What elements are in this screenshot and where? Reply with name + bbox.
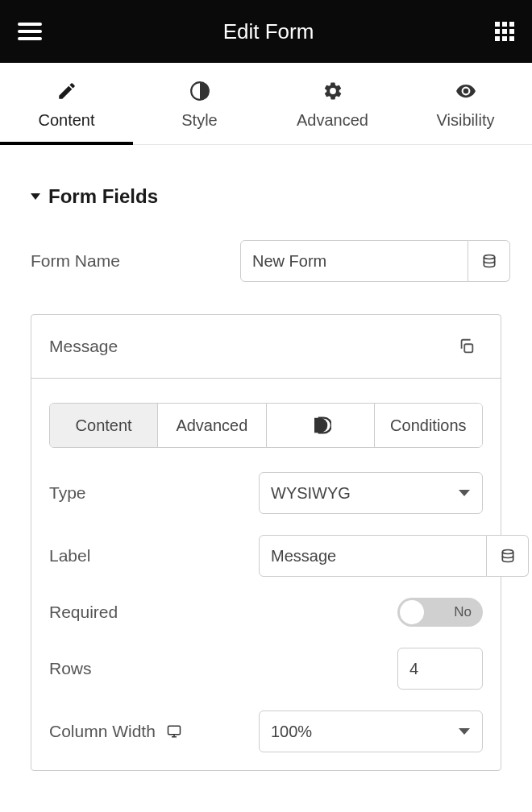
page-title: Edit Form [223, 19, 314, 44]
rows-input[interactable] [397, 648, 483, 690]
dynamic-tags-button[interactable] [468, 240, 510, 282]
subtab-conditions[interactable]: Conditions [375, 404, 482, 447]
tab-content[interactable]: Content [0, 63, 133, 144]
required-toggle[interactable]: No [397, 598, 483, 627]
chevron-down-icon [31, 193, 40, 200]
svg-point-3 [502, 550, 513, 554]
svg-rect-4 [168, 726, 180, 735]
field-title: Message [49, 337, 451, 356]
type-select[interactable] [259, 472, 483, 514]
dynamic-tags-button[interactable] [487, 535, 529, 577]
column-width-label: Column Width [49, 722, 259, 741]
rows-label: Rows [49, 659, 259, 678]
form-name-input[interactable] [240, 240, 468, 282]
form-name-label: Form Name [31, 251, 240, 271]
tab-advanced[interactable]: Advanced [266, 63, 399, 144]
pencil-icon [56, 81, 77, 102]
label-input[interactable] [259, 535, 487, 577]
duplicate-button[interactable] [451, 338, 483, 355]
tab-style-label: Style [181, 111, 217, 130]
tab-visibility[interactable]: Visibility [399, 63, 532, 144]
toggle-no-label: No [454, 604, 472, 620]
subtab-dynamic[interactable] [267, 404, 375, 447]
field-header[interactable]: Message [31, 315, 501, 378]
main-tabs: Content Style Advanced Visibility [0, 63, 532, 145]
label-label: Label [49, 546, 259, 566]
tab-content-label: Content [38, 111, 94, 130]
subtab-content[interactable]: Content [50, 404, 158, 447]
svg-rect-2 [464, 344, 472, 352]
required-label: Required [49, 603, 259, 622]
tab-visibility-label: Visibility [437, 111, 495, 130]
field-item-message: Message Content Advanced Conditions Type [31, 314, 501, 771]
section-title: Form Fields [48, 185, 158, 208]
tab-advanced-label: Advanced [297, 111, 368, 130]
svg-point-1 [484, 255, 494, 259]
half-circle-icon [189, 81, 210, 102]
field-subtabs: Content Advanced Conditions [49, 403, 483, 448]
grid-icon[interactable] [495, 22, 514, 41]
section-header[interactable]: Form Fields [31, 185, 501, 208]
type-label: Type [49, 483, 259, 503]
eye-icon [455, 81, 476, 102]
gear-icon [322, 81, 343, 102]
column-width-select[interactable] [259, 710, 483, 752]
subtab-advanced[interactable]: Advanced [158, 404, 266, 447]
d-icon [309, 414, 331, 437]
tab-style[interactable]: Style [133, 63, 266, 144]
desktop-icon[interactable] [165, 724, 183, 739]
menu-button[interactable] [18, 23, 42, 40]
